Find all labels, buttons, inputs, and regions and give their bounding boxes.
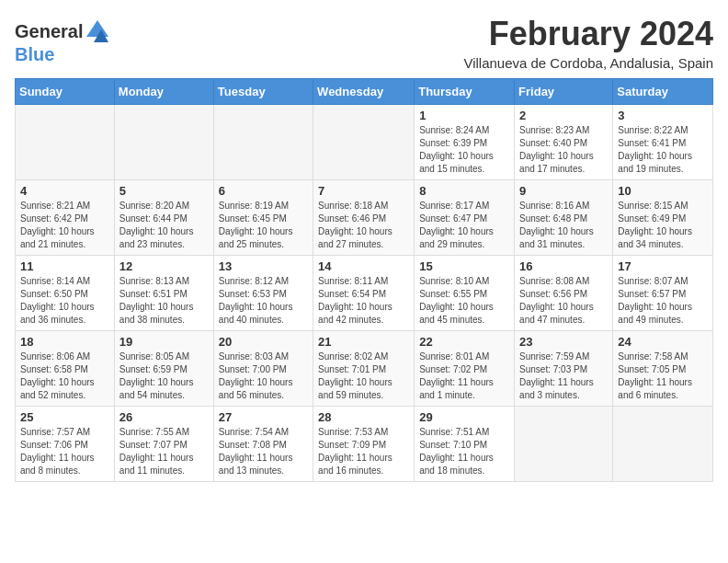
calendar-cell: 3Sunrise: 8:22 AM Sunset: 6:41 PM Daylig… xyxy=(613,105,713,180)
cell-day-number: 16 xyxy=(519,259,608,273)
header-day-tuesday: Tuesday xyxy=(213,79,313,105)
cell-info: Sunrise: 8:18 AM Sunset: 6:46 PM Dayligh… xyxy=(318,200,409,251)
calendar-cell xyxy=(515,407,613,482)
calendar-week-2: 4Sunrise: 8:21 AM Sunset: 6:42 PM Daylig… xyxy=(16,180,713,256)
cell-info: Sunrise: 8:12 AM Sunset: 6:53 PM Dayligh… xyxy=(219,275,308,327)
calendar-cell: 5Sunrise: 8:20 AM Sunset: 6:44 PM Daylig… xyxy=(114,180,213,256)
calendar-cell: 21Sunrise: 8:02 AM Sunset: 7:01 PM Dayli… xyxy=(313,331,415,407)
calendar-cell: 4Sunrise: 8:21 AM Sunset: 6:42 PM Daylig… xyxy=(16,180,115,256)
logo-blue: Blue xyxy=(15,44,110,65)
cell-day-number: 2 xyxy=(519,109,608,122)
cell-day-number: 20 xyxy=(219,335,308,349)
logo-general: General xyxy=(15,21,83,42)
calendar-cell: 26Sunrise: 7:55 AM Sunset: 7:07 PM Dayli… xyxy=(114,407,213,482)
cell-day-number: 15 xyxy=(419,259,509,273)
cell-info: Sunrise: 8:23 AM Sunset: 6:40 PM Dayligh… xyxy=(519,124,608,176)
calendar-week-1: 1Sunrise: 8:24 AM Sunset: 6:39 PM Daylig… xyxy=(16,105,713,180)
calendar-week-5: 25Sunrise: 7:57 AM Sunset: 7:06 PM Dayli… xyxy=(16,407,713,482)
calendar-cell: 29Sunrise: 7:51 AM Sunset: 7:10 PM Dayli… xyxy=(415,407,515,482)
calendar-cell: 14Sunrise: 8:11 AM Sunset: 6:54 PM Dayli… xyxy=(313,256,415,331)
calendar-cell: 20Sunrise: 8:03 AM Sunset: 7:00 PM Dayli… xyxy=(213,331,313,407)
cell-info: Sunrise: 7:58 AM Sunset: 7:05 PM Dayligh… xyxy=(618,350,708,402)
calendar-cell xyxy=(213,105,313,180)
cell-info: Sunrise: 8:16 AM Sunset: 6:48 PM Dayligh… xyxy=(519,200,608,251)
header-day-thursday: Thursday xyxy=(415,79,515,105)
cell-info: Sunrise: 8:22 AM Sunset: 6:41 PM Dayligh… xyxy=(618,124,708,176)
cell-day-number: 24 xyxy=(618,335,708,349)
header-day-friday: Friday xyxy=(515,79,613,105)
calendar-header-row: SundayMondayTuesdayWednesdayThursdayFrid… xyxy=(16,79,713,105)
calendar-cell: 23Sunrise: 7:59 AM Sunset: 7:03 PM Dayli… xyxy=(515,331,613,407)
calendar-cell: 11Sunrise: 8:14 AM Sunset: 6:50 PM Dayli… xyxy=(16,256,115,331)
cell-info: Sunrise: 8:01 AM Sunset: 7:02 PM Dayligh… xyxy=(419,350,509,402)
cell-info: Sunrise: 7:53 AM Sunset: 7:09 PM Dayligh… xyxy=(318,426,409,477)
cell-day-number: 28 xyxy=(318,410,409,424)
cell-info: Sunrise: 8:21 AM Sunset: 6:42 PM Dayligh… xyxy=(20,200,109,251)
cell-info: Sunrise: 8:19 AM Sunset: 6:45 PM Dayligh… xyxy=(219,200,308,251)
calendar-cell xyxy=(114,105,213,180)
cell-info: Sunrise: 8:03 AM Sunset: 7:00 PM Dayligh… xyxy=(219,350,308,402)
cell-info: Sunrise: 8:08 AM Sunset: 6:56 PM Dayligh… xyxy=(519,275,608,327)
cell-info: Sunrise: 8:15 AM Sunset: 6:49 PM Dayligh… xyxy=(618,200,708,251)
cell-day-number: 21 xyxy=(318,335,409,349)
cell-info: Sunrise: 8:02 AM Sunset: 7:01 PM Dayligh… xyxy=(318,350,409,402)
calendar-cell: 16Sunrise: 8:08 AM Sunset: 6:56 PM Dayli… xyxy=(515,256,613,331)
calendar-cell: 12Sunrise: 8:13 AM Sunset: 6:51 PM Dayli… xyxy=(114,256,213,331)
main-title: February 2024 xyxy=(463,15,713,53)
calendar-cell: 10Sunrise: 8:15 AM Sunset: 6:49 PM Dayli… xyxy=(613,180,713,256)
calendar-week-3: 11Sunrise: 8:14 AM Sunset: 6:50 PM Dayli… xyxy=(16,256,713,331)
calendar-week-4: 18Sunrise: 8:06 AM Sunset: 6:58 PM Dayli… xyxy=(16,331,713,407)
header-day-saturday: Saturday xyxy=(613,79,713,105)
cell-day-number: 11 xyxy=(20,259,109,273)
calendar-cell xyxy=(16,105,115,180)
cell-info: Sunrise: 7:55 AM Sunset: 7:07 PM Dayligh… xyxy=(119,426,209,477)
cell-day-number: 10 xyxy=(618,184,708,198)
calendar-cell: 6Sunrise: 8:19 AM Sunset: 6:45 PM Daylig… xyxy=(213,180,313,256)
calendar-cell: 13Sunrise: 8:12 AM Sunset: 6:53 PM Dayli… xyxy=(213,256,313,331)
cell-info: Sunrise: 8:11 AM Sunset: 6:54 PM Dayligh… xyxy=(318,275,409,327)
cell-day-number: 18 xyxy=(20,335,109,349)
cell-day-number: 6 xyxy=(219,184,308,198)
cell-day-number: 19 xyxy=(119,335,209,349)
calendar-cell: 22Sunrise: 8:01 AM Sunset: 7:02 PM Dayli… xyxy=(415,331,515,407)
cell-info: Sunrise: 8:07 AM Sunset: 6:57 PM Dayligh… xyxy=(618,275,708,327)
header-day-wednesday: Wednesday xyxy=(313,79,415,105)
cell-info: Sunrise: 7:59 AM Sunset: 7:03 PM Dayligh… xyxy=(519,350,608,402)
cell-info: Sunrise: 8:05 AM Sunset: 6:59 PM Dayligh… xyxy=(119,350,209,402)
cell-day-number: 7 xyxy=(318,184,409,198)
cell-day-number: 27 xyxy=(219,410,308,424)
calendar-cell: 24Sunrise: 7:58 AM Sunset: 7:05 PM Dayli… xyxy=(613,331,713,407)
cell-info: Sunrise: 7:54 AM Sunset: 7:08 PM Dayligh… xyxy=(219,426,308,477)
cell-day-number: 12 xyxy=(119,259,209,273)
cell-info: Sunrise: 8:10 AM Sunset: 6:55 PM Dayligh… xyxy=(419,275,509,327)
cell-day-number: 4 xyxy=(20,184,109,198)
sub-title: Villanueva de Cordoba, Andalusia, Spain xyxy=(463,55,713,71)
cell-day-number: 17 xyxy=(618,259,708,273)
header: General Blue February 2024 Villanueva de… xyxy=(15,15,713,71)
cell-day-number: 3 xyxy=(618,109,708,122)
calendar-cell: 17Sunrise: 8:07 AM Sunset: 6:57 PM Dayli… xyxy=(613,256,713,331)
calendar-cell: 18Sunrise: 8:06 AM Sunset: 6:58 PM Dayli… xyxy=(16,331,115,407)
calendar-cell: 7Sunrise: 8:18 AM Sunset: 6:46 PM Daylig… xyxy=(313,180,415,256)
cell-day-number: 13 xyxy=(219,259,308,273)
calendar-cell: 15Sunrise: 8:10 AM Sunset: 6:55 PM Dayli… xyxy=(415,256,515,331)
title-section: February 2024 Villanueva de Cordoba, And… xyxy=(463,15,713,71)
calendar-cell: 28Sunrise: 7:53 AM Sunset: 7:09 PM Dayli… xyxy=(313,407,415,482)
cell-day-number: 1 xyxy=(419,109,509,122)
cell-day-number: 22 xyxy=(419,335,509,349)
cell-day-number: 5 xyxy=(119,184,209,198)
cell-day-number: 26 xyxy=(119,410,209,424)
cell-day-number: 23 xyxy=(519,335,608,349)
logo-icon xyxy=(85,18,110,44)
calendar-cell: 8Sunrise: 8:17 AM Sunset: 6:47 PM Daylig… xyxy=(415,180,515,256)
calendar-cell: 27Sunrise: 7:54 AM Sunset: 7:08 PM Dayli… xyxy=(213,407,313,482)
header-day-sunday: Sunday xyxy=(16,79,115,105)
calendar-cell: 2Sunrise: 8:23 AM Sunset: 6:40 PM Daylig… xyxy=(515,105,613,180)
cell-day-number: 14 xyxy=(318,259,409,273)
calendar-cell xyxy=(313,105,415,180)
cell-day-number: 25 xyxy=(20,410,109,424)
calendar-cell: 9Sunrise: 8:16 AM Sunset: 6:48 PM Daylig… xyxy=(515,180,613,256)
calendar-cell: 25Sunrise: 7:57 AM Sunset: 7:06 PM Dayli… xyxy=(16,407,115,482)
cell-day-number: 29 xyxy=(419,410,509,424)
cell-info: Sunrise: 8:06 AM Sunset: 6:58 PM Dayligh… xyxy=(20,350,109,402)
